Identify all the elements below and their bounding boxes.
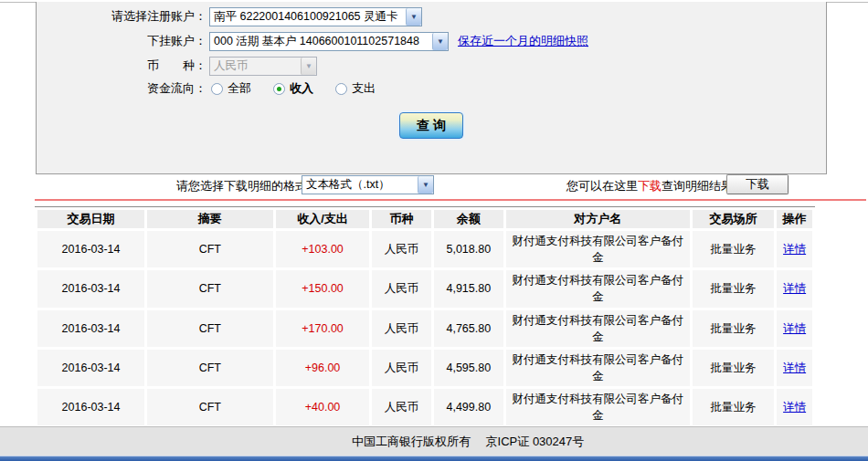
cell-counterparty: 财付通支付科技有限公司客户备付金: [506, 270, 690, 307]
radio-icon[interactable]: [335, 83, 347, 95]
table-row: 2016-03-14 CFT +150.00 人民币 4,915.80 财付通支…: [37, 270, 812, 307]
detail-link[interactable]: 详情: [783, 243, 806, 256]
chevron-down-icon: ▼: [301, 58, 316, 75]
currency-value: 人民币: [210, 58, 301, 75]
cell-date: 2016-03-14: [37, 270, 144, 307]
bottom-blue-bar: [0, 456, 868, 461]
download-format-label: 请您选择下载明细的格式: [176, 177, 307, 195]
cell-amount: +96.00: [276, 350, 370, 386]
icbc-transaction-detail-page: 请选择注册账户： 南平 6222001406100921065 灵通卡 ▼ 下挂…: [0, 0, 868, 461]
cell-balance: 4,915.80: [434, 270, 503, 307]
currency-label: 币 种：: [37, 58, 206, 74]
detail-link[interactable]: 详情: [783, 282, 806, 295]
cell-currency: 人民币: [372, 231, 430, 267]
cell-counterparty: 财付通支付科技有限公司客户备付金: [506, 350, 690, 386]
cell-counterparty: 财付通支付科技有限公司客户备付金: [506, 310, 690, 347]
register-account-label: 请选择注册账户：: [37, 8, 206, 25]
cell-summary: CFT: [147, 389, 272, 425]
chevron-down-icon[interactable]: ▼: [418, 176, 433, 194]
cell-amount: +150.00: [276, 270, 370, 307]
download-inline-link[interactable]: 下载: [638, 179, 662, 193]
footer: 网站声明｜服务网点｜服务热线95588 中国工商银行版权所有 京ICP证 030…: [0, 426, 868, 456]
detail-link[interactable]: 详情: [783, 361, 806, 374]
cell-summary: CFT: [147, 310, 272, 347]
query-form-panel: 请选择注册账户： 南平 6222001406100921065 灵通卡 ▼ 下挂…: [36, 2, 827, 174]
table-row: 2016-03-14 CFT +40.00 人民币 4,499.80 财付通支付…: [37, 389, 812, 425]
red-divider: [35, 199, 866, 201]
col-header-summary: 摘要: [147, 210, 272, 228]
currency-select: 人民币 ▼: [209, 57, 317, 76]
radio-checked-icon[interactable]: [273, 83, 285, 95]
cell-venue: 批量业务: [693, 231, 775, 267]
download-format-select[interactable]: 文本格式（.txt） ▼: [302, 175, 434, 194]
download-hint-suffix: 查询明细结果: [662, 179, 733, 193]
sub-account-label: 下挂账户：: [37, 33, 206, 49]
cell-date: 2016-03-14: [37, 389, 144, 425]
cell-summary: CFT: [147, 231, 272, 267]
footer-copyright: 中国工商银行版权所有 京ICP证 030247号: [352, 427, 584, 456]
table-header-row: 交易日期 摘要 收入/支出 币种 余额 对方户名 交易场所 操作: [37, 210, 812, 228]
flow-row: 资金流向： 全部 收入 支出: [37, 79, 397, 99]
flow-option-all[interactable]: 全部: [211, 80, 251, 97]
cell-balance: 4,765.80: [434, 310, 503, 347]
cell-date: 2016-03-14: [37, 350, 144, 386]
cell-currency: 人民币: [372, 270, 430, 307]
register-account-row: 请选择注册账户： 南平 6222001406100921065 灵通卡 ▼: [37, 6, 422, 26]
flow-option-expense[interactable]: 支出: [335, 80, 376, 97]
download-format-value: 文本格式（.txt）: [302, 176, 418, 194]
cell-date: 2016-03-14: [37, 310, 144, 347]
col-header-action: 操作: [777, 210, 812, 228]
cell-date: 2016-03-14: [37, 231, 144, 267]
cell-venue: 批量业务: [693, 350, 775, 386]
sub-account-row: 下挂账户： 000 活期 基本户 1406600101102571848 ▼ 保…: [37, 31, 588, 51]
detail-link[interactable]: 详情: [783, 401, 806, 414]
cell-summary: CFT: [147, 270, 272, 307]
col-header-amount: 收入/支出: [276, 210, 370, 228]
query-button[interactable]: 查 询: [399, 112, 463, 139]
sub-account-select[interactable]: 000 活期 基本户 1406600101102571848 ▼: [209, 32, 449, 51]
flow-option-all-label: 全部: [228, 80, 251, 97]
download-strip: 请您选择下载明细的格式 文本格式（.txt） ▼ 您可以在这里下载查询明细结果 …: [0, 174, 868, 196]
cell-balance: 4,595.80: [434, 350, 503, 386]
currency-row: 币 种： 人民币 ▼: [37, 56, 317, 76]
cell-venue: 批量业务: [693, 270, 775, 307]
cell-summary: CFT: [147, 350, 272, 386]
download-button[interactable]: 下载: [726, 174, 789, 194]
chevron-down-icon[interactable]: ▼: [406, 8, 421, 26]
results-table-wrap: 交易日期 摘要 收入/支出 币种 余额 对方户名 交易场所 操作 2016-03…: [35, 206, 815, 461]
cell-counterparty: 财付通支付科技有限公司客户备付金: [506, 231, 690, 267]
col-header-currency: 币种: [372, 210, 430, 228]
radio-icon[interactable]: [211, 83, 223, 95]
cell-balance: 5,018.80: [434, 231, 503, 267]
table-row: 2016-03-14 CFT +170.00 人民币 4,765.80 财付通支…: [37, 310, 812, 347]
flow-option-income-label: 收入: [290, 80, 313, 97]
register-account-select[interactable]: 南平 6222001406100921065 灵通卡 ▼: [209, 7, 422, 26]
register-account-value: 南平 6222001406100921065 灵通卡: [210, 8, 406, 26]
flow-radio-group: 全部 收入 支出: [211, 80, 397, 97]
col-header-venue: 交易场所: [693, 210, 775, 228]
table-row: 2016-03-14 CFT +96.00 人民币 4,595.80 财付通支付…: [37, 350, 812, 386]
download-hint: 您可以在这里下载查询明细结果: [566, 177, 733, 195]
col-header-date: 交易日期: [37, 210, 144, 228]
cell-counterparty: 财付通支付科技有限公司客户备付金: [506, 389, 690, 425]
cell-amount: +170.00: [276, 310, 370, 347]
chevron-down-icon[interactable]: ▼: [432, 33, 448, 50]
cell-currency: 人民币: [372, 310, 430, 347]
table-row: 2016-03-14 CFT +103.00 人民币 5,018.80 财付通支…: [37, 231, 812, 267]
cell-currency: 人民币: [372, 350, 430, 386]
flow-label: 资金流向：: [37, 80, 206, 97]
detail-link[interactable]: 详情: [783, 322, 806, 335]
cell-venue: 批量业务: [693, 389, 775, 425]
cell-balance: 4,499.80: [434, 389, 503, 425]
download-hint-prefix: 您可以在这里: [566, 179, 638, 193]
flow-option-expense-label: 支出: [352, 80, 376, 97]
sub-account-value: 000 活期 基本户 1406600101102571848: [210, 33, 432, 50]
cell-amount: +40.00: [276, 389, 370, 425]
cell-amount: +103.00: [276, 231, 370, 267]
flow-option-income[interactable]: 收入: [273, 80, 313, 97]
save-month-snapshot-link[interactable]: 保存近一个月的明细快照: [458, 33, 588, 49]
cell-currency: 人民币: [372, 389, 430, 425]
col-header-balance: 余额: [434, 210, 503, 228]
col-header-counterparty: 对方户名: [506, 210, 690, 228]
results-table: 交易日期 摘要 收入/支出 币种 余额 对方户名 交易场所 操作 2016-03…: [35, 207, 815, 461]
